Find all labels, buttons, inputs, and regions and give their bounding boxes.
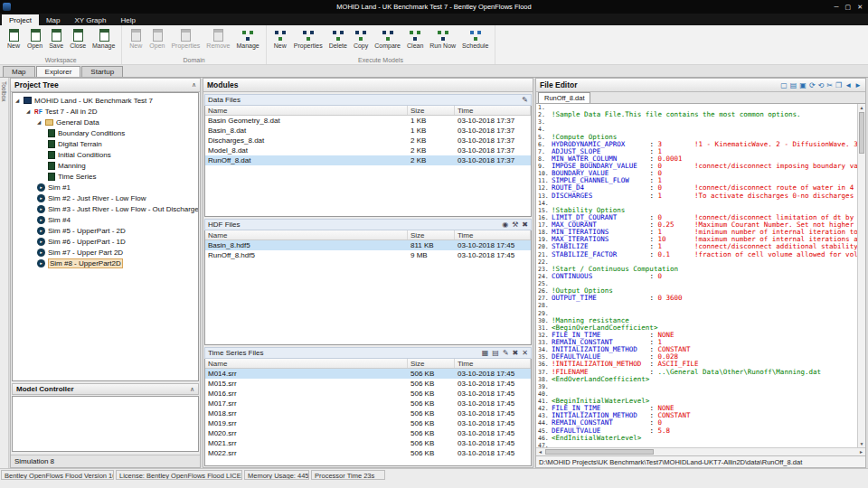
column-header-name[interactable]: Name [205, 230, 408, 239]
tree-item[interactable]: ◢General Data [13, 117, 198, 127]
module-section-data-files: Data Files✎NameSizeTimeBasin Geometry_8.… [204, 94, 532, 217]
tree-item-selected[interactable]: ▸Sim #8 - UpperPart2D [13, 258, 198, 268]
tab-startup[interactable]: Startup [81, 66, 123, 77]
ribbon-button-copy[interactable]: Copy [351, 27, 371, 56]
table-view-icon[interactable]: ▤ [492, 349, 499, 358]
expander-icon[interactable]: ◢ [26, 108, 34, 114]
table-row[interactable]: M021.srr506 KB03-10-2018 17:45 [205, 438, 531, 448]
column-header-name[interactable]: Name [205, 106, 408, 115]
ribbon-button-delete[interactable]: Delete [326, 27, 350, 56]
menu-help[interactable]: Help [113, 14, 142, 25]
table-row[interactable]: M020.srr506 KB03-10-2018 17:45 [205, 428, 531, 438]
tree-item[interactable]: ▸Sim #2 - Just River - Low Flow [13, 192, 198, 203]
table-row[interactable]: M017.srr506 KB03-10-2018 17:45 [205, 399, 531, 408]
horizontal-scrollbar[interactable]: ◄ ► [536, 447, 865, 455]
scroll-left-icon[interactable]: ◄ [538, 449, 542, 455]
ribbon-button-close[interactable]: Close [67, 27, 89, 56]
delete-hdf-icon[interactable]: ✖ [522, 221, 528, 230]
vertical-scroll-thumb[interactable] [859, 112, 864, 154]
table-row[interactable]: M014.srr506 KB03-10-2018 17:45 [205, 369, 531, 379]
toolbox-tab[interactable]: Toolbox [0, 78, 9, 468]
editor-tab[interactable]: RunOff_8.dat [538, 92, 590, 103]
ribbon-button-open[interactable]: Open [24, 27, 45, 56]
collapse-panel-icon[interactable]: ∧ [192, 81, 196, 89]
tree-item[interactable]: ▸Sim #3 - Just River - Low Flow - Out Di… [13, 203, 198, 214]
table-row[interactable]: Discharges_8.dat2 KB03-10-2018 17:37 [205, 136, 531, 145]
column-header-size[interactable]: Size [408, 106, 455, 115]
minimize-button[interactable]: ─ [835, 4, 839, 11]
tab-map[interactable]: Map [3, 66, 35, 77]
ribbon-button-clean[interactable]: Clean [404, 27, 426, 56]
menu-xy-graph[interactable]: XY Graph [67, 14, 113, 25]
ribbon-button-manage[interactable]: Manage [233, 27, 261, 56]
table-row[interactable]: Basin_8.hdf5811 KB03-10-2018 17:45 [205, 240, 531, 250]
table-row[interactable]: Basin Geometry_8.dat1 KB03-10-2018 17:37 [205, 116, 531, 126]
table-row[interactable]: RunOff_8.hdf59 MB03-10-2018 17:45 [205, 250, 531, 260]
view-hdf-icon[interactable]: ◉ [502, 221, 508, 230]
tab-explorer[interactable]: Explorer [36, 66, 81, 77]
expander-icon[interactable]: ◢ [37, 119, 45, 125]
tree-item[interactable]: Digital Terrain [13, 138, 198, 149]
new-file-icon[interactable]: ▢ [780, 81, 788, 89]
tree-item[interactable]: ▸Sim #7 - Upper Part 2D [13, 247, 198, 258]
column-header-size[interactable]: Size [408, 230, 455, 239]
ribbon-button-run-now[interactable]: Run Now [427, 27, 458, 56]
tree-item[interactable]: ◢RFTest 7 - All in 2D [13, 106, 198, 117]
table-row[interactable]: RunOff_8.dat2 KB03-10-2018 17:37 [205, 155, 531, 165]
table-row[interactable]: M016.srr506 KB03-10-2018 17:45 [205, 389, 531, 399]
column-header-size[interactable]: Size [408, 359, 455, 368]
close-button[interactable]: ✕ [857, 4, 863, 11]
tree-item[interactable]: ▸Sim #6 - UpperPart - 1D [13, 236, 198, 247]
tree-item[interactable]: ▸Sim #4 [13, 214, 198, 225]
tree-item[interactable]: Boundary Conditions [13, 127, 198, 138]
column-header-time[interactable]: Time [455, 359, 531, 368]
ribbon-button-save[interactable]: Save [46, 27, 66, 56]
table-row[interactable]: M019.srr506 KB03-10-2018 17:45 [205, 418, 531, 428]
horizontal-scroll-thumb[interactable] [545, 449, 654, 455]
ribbon-button-properties[interactable]: Properties [291, 27, 326, 56]
column-header-time[interactable]: Time [455, 230, 531, 239]
table-row[interactable]: M022.srr506 KB03-10-2018 17:45 [205, 448, 531, 458]
prev-icon[interactable]: ◄ [844, 81, 852, 89]
refresh-icon[interactable]: ⟳ [809, 81, 816, 89]
explore-hdf-icon[interactable]: ⚒ [512, 221, 518, 230]
tree-item[interactable]: ▸Sim #5 - UpperPart - 2D [13, 225, 198, 236]
tree-item[interactable]: Manning [13, 160, 198, 171]
column-header-time[interactable]: Time [455, 106, 531, 115]
undo-icon[interactable]: ⟲ [818, 81, 825, 89]
table-row[interactable]: Basin_8.dat1 KB03-10-2018 17:37 [205, 126, 531, 136]
vertical-scrollbar[interactable]: ▲ ▼ [857, 104, 865, 447]
column-header-name[interactable]: Name [205, 359, 408, 368]
open-file-icon[interactable]: ▤ [790, 81, 797, 89]
tree-item[interactable]: Initial Conditions [13, 149, 198, 160]
tree-item[interactable]: Time Series [13, 171, 198, 182]
next-icon[interactable]: ► [854, 81, 862, 89]
table-row[interactable]: Model_8.dat2 KB03-10-2018 17:37 [205, 145, 531, 155]
tree-item[interactable]: ◢MOHID Land - UK Benchmark Test 7 [13, 95, 198, 106]
ribbon-button-new[interactable]: New [4, 27, 24, 56]
ribbon-button-compare[interactable]: Compare [372, 27, 403, 56]
cut-icon[interactable]: ✂ [826, 81, 833, 89]
ribbon-button-new[interactable]: New [270, 27, 290, 56]
model-controller-collapse-icon[interactable]: ∧ [190, 386, 194, 393]
table-row[interactable]: M015.srr506 KB03-10-2018 17:45 [205, 379, 531, 389]
menu-project[interactable]: Project [2, 14, 39, 25]
copy-icon[interactable]: ❐ [835, 81, 842, 89]
edit-icon[interactable]: ✎ [522, 96, 528, 105]
maximize-button[interactable]: ▢ [845, 4, 852, 11]
delete-icon[interactable]: ✖ [513, 349, 519, 358]
editor-area[interactable]: 1.2.3.4.5.6.7.8.9.10.11.12.13.14.15.16.1… [536, 104, 865, 447]
tree-item[interactable]: ▸Sim #1 [13, 182, 198, 192]
ribbon-button-schedule[interactable]: Schedule [459, 27, 491, 56]
save-file-icon[interactable]: ▣ [799, 81, 807, 89]
plot-chart-icon[interactable]: ▦ [482, 349, 489, 358]
edit-icon[interactable]: ✎ [503, 349, 509, 358]
expander-icon[interactable]: ◢ [15, 98, 24, 103]
scroll-right-icon[interactable]: ► [859, 449, 863, 455]
scroll-down-icon[interactable]: ▼ [858, 441, 865, 446]
scroll-up-icon[interactable]: ▲ [858, 105, 865, 110]
ribbon-button-manage[interactable]: Manage [90, 27, 118, 56]
menu-map[interactable]: Map [39, 14, 68, 25]
close-icon[interactable]: ✕ [522, 349, 528, 358]
table-row[interactable]: M018.srr506 KB03-10-2018 17:45 [205, 408, 531, 418]
